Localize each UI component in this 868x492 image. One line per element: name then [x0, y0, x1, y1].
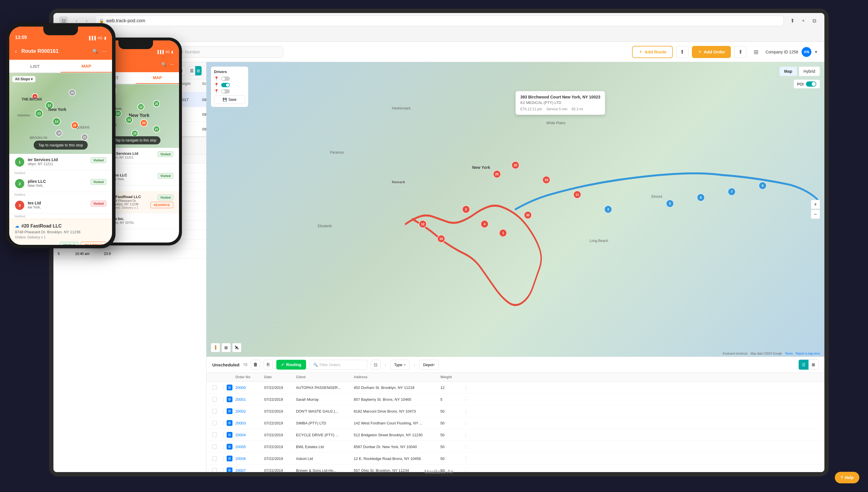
more-icon-back[interactable]: ⋯: [170, 62, 174, 67]
all-stops-front-label[interactable]: All Stops ▾: [12, 76, 35, 82]
table-row[interactable]: ⋮⋮ D 20003 07/22/2019 SIMBA (PTY) LTD 14…: [206, 417, 824, 429]
order-number-link[interactable]: 20007: [235, 468, 264, 472]
orders-search-input[interactable]: 🔍 Filter Orders: [309, 360, 367, 370]
tabs-icon[interactable]: ⧉: [810, 17, 819, 25]
user-avatar[interactable]: AN: [801, 47, 811, 57]
table-row[interactable]: ⋮⋮ D 20004 07/22/2019 ECYCLE DRIVE (PTY)…: [206, 429, 824, 441]
drag-handle[interactable]: ⋮⋮: [221, 468, 227, 472]
add-order-button[interactable]: ＋ Add Order: [692, 46, 731, 58]
list-view-button[interactable]: ☰: [189, 66, 195, 75]
row-menu-button[interactable]: ⋮: [464, 456, 472, 461]
map-layers-button[interactable]: ⊞: [221, 343, 231, 352]
driver-toggle-1[interactable]: [221, 76, 230, 81]
table-row[interactable]: ⋮⋮ D 20006 07/22/2019 Askort Ltd 12 E. R…: [206, 453, 824, 465]
order-number-link[interactable]: 20005: [235, 445, 264, 449]
copy-orders-button[interactable]: ⎘: [264, 360, 273, 370]
map-type-map-button[interactable]: Map: [779, 67, 797, 76]
row-menu-button[interactable]: ⋮: [464, 444, 472, 449]
depot-selector[interactable]: Depot ▾: [420, 360, 439, 370]
drag-handle[interactable]: ⋮⋮: [221, 385, 227, 390]
street-view-person-button[interactable]: 🧍: [211, 343, 220, 352]
row-menu-button[interactable]: ⋮: [464, 468, 472, 472]
orders-filter-button[interactable]: ⊟: [371, 360, 380, 370]
add-route-button[interactable]: ＋ Add Route: [632, 46, 673, 58]
phone-back-button[interactable]: ‹: [15, 48, 17, 54]
order-checkbox[interactable]: [212, 456, 217, 461]
phone-more-icon[interactable]: ⋯: [102, 49, 106, 54]
drag-handle[interactable]: ⋮⋮: [221, 420, 227, 426]
table-row[interactable]: ⋮⋮ D 20007 07/22/2019 Brewer & Sons Ltd-…: [206, 465, 824, 472]
drag-handle[interactable]: ⋮⋮: [221, 456, 227, 461]
visited-action-btn[interactable]: Visited: [60, 242, 78, 245]
grid-view-button[interactable]: ⊞: [750, 46, 762, 58]
phone-tab-list[interactable]: LIST: [9, 60, 60, 72]
row-menu-button[interactable]: ⋮: [464, 432, 472, 438]
order-checkbox[interactable]: [212, 468, 217, 472]
order-number-link[interactable]: 20006: [235, 457, 264, 461]
map-type-hybrid-button[interactable]: Hybrid: [799, 67, 820, 76]
table-row[interactable]: ⋮⋮ D 20001 07/22/2019 Sarah Murray 857 B…: [206, 394, 824, 405]
order-date: 07/22/2019: [264, 421, 296, 425]
phone-tap-navigate[interactable]: Tap to navigate to this stop: [34, 141, 88, 150]
grid-view-toggle-button[interactable]: ⊞: [195, 66, 202, 75]
driver-toggle-2[interactable]: [221, 83, 230, 87]
type-selector[interactable]: Type ▾: [390, 360, 410, 370]
visited-button[interactable]: Visited: [158, 195, 173, 200]
phone-time: 13:09: [15, 35, 27, 40]
map-label-westchester: White Plains: [546, 121, 566, 125]
row-menu-button[interactable]: ⋮: [464, 397, 472, 402]
delete-orders-button[interactable]: 🗑: [251, 360, 260, 370]
poi-switch[interactable]: [806, 81, 816, 87]
help-button[interactable]: ? Help: [835, 472, 859, 483]
drag-handle[interactable]: ⋮⋮: [221, 397, 227, 402]
drag-handle[interactable]: ⋮⋮: [221, 432, 227, 438]
order-number-link[interactable]: 20001: [235, 397, 264, 402]
order-number-link[interactable]: 20004: [235, 433, 264, 437]
order-number-link[interactable]: 20003: [235, 421, 264, 425]
zoom-out-button[interactable]: −: [811, 210, 820, 219]
driver-toggle-3[interactable]: [221, 89, 230, 94]
orders-grid-view-button[interactable]: ⊞: [809, 360, 818, 370]
rearrive-button[interactable]: REARRIVE: [150, 202, 173, 208]
drag-handle[interactable]: ⋮⋮: [221, 409, 227, 414]
phone-search-icon[interactable]: 🔍: [92, 49, 98, 54]
order-number-link[interactable]: 20002: [235, 409, 264, 414]
table-row[interactable]: ⋮⋮ D 20000 07/22/2019 AUTOPAX PASSENGER.…: [206, 382, 824, 394]
col-menu: [464, 375, 472, 379]
order-number-link[interactable]: 20000: [235, 386, 264, 390]
phone-front-marker: 25: [69, 89, 76, 96]
order-checkbox[interactable]: [212, 385, 217, 390]
upload-button[interactable]: ⬆: [676, 46, 688, 58]
table-row[interactable]: ⋮⋮ D 20005 07/22/2019 BWL Estates Ltd 85…: [206, 441, 824, 453]
table-row[interactable]: ⋮⋮ D 20002 07/22/2019 DON'T WASTE GAU2 (…: [206, 405, 824, 417]
order-checkbox[interactable]: [212, 409, 217, 414]
save-button[interactable]: 💾 Save: [214, 95, 245, 104]
user-dropdown-icon[interactable]: ▾: [815, 49, 817, 54]
zoom-in-button[interactable]: +: [811, 200, 820, 209]
order-checkbox[interactable]: [212, 397, 217, 402]
new-tab-icon[interactable]: +: [799, 17, 808, 25]
order-checkbox[interactable]: [212, 421, 217, 425]
report-problem-link[interactable]: Report a map error: [796, 352, 820, 355]
phone-back-tab-map[interactable]: MAP: [136, 72, 179, 84]
orders-list-view-button[interactable]: ☰: [799, 360, 809, 370]
order-checkbox[interactable]: [212, 444, 217, 449]
tap-to-navigate[interactable]: Tap to navigate to this stop: [111, 136, 160, 144]
map-satellite-button[interactable]: 🛰: [232, 343, 241, 352]
row-menu-button[interactable]: ⋮: [464, 420, 472, 426]
share-icon[interactable]: ⬆: [788, 17, 797, 25]
order-date: 07/22/2019: [264, 457, 296, 461]
phone-tab-map[interactable]: MAP: [60, 60, 112, 72]
row-menu-button[interactable]: ⋮: [464, 385, 472, 390]
map-container[interactable]: 4 2 1 30 11 3 5 8 7 6 10 12 19: [206, 62, 824, 356]
drag-handle[interactable]: ⋮⋮: [221, 444, 227, 449]
order-checkbox[interactable]: [212, 433, 217, 437]
rearrive-action-btn[interactable]: REARRIVE: [81, 242, 106, 245]
address-bar[interactable]: 🔒 web.track-pod.com: [95, 16, 784, 26]
signal-icon: ▐▐▐: [156, 50, 164, 54]
terms-link[interactable]: Terms: [785, 352, 793, 355]
search-icon-back[interactable]: 🔍: [162, 62, 166, 67]
routing-button[interactable]: ✓ Routing: [276, 360, 306, 370]
row-menu-button[interactable]: ⋮: [464, 409, 472, 414]
export-button[interactable]: ⬆: [734, 46, 746, 58]
